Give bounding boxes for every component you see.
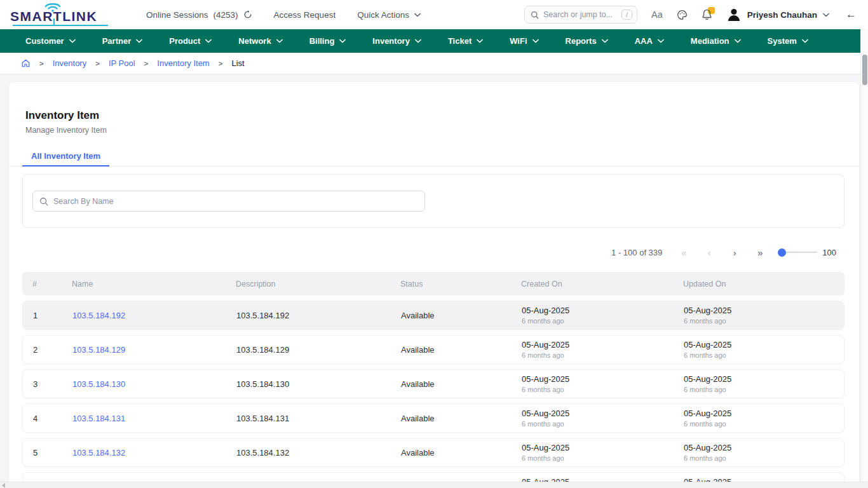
nav-item-reports[interactable]: Reports: [566, 36, 608, 46]
online-sessions-button[interactable]: Online Sessions (4253): [146, 10, 252, 20]
nav-item-customer[interactable]: Customer: [25, 36, 76, 46]
table-body: 1 103.5.184.192 103.5.184.192 Available …: [9, 301, 859, 482]
chevron-down-icon: [823, 13, 829, 17]
global-search-input[interactable]: Search or jump to... /: [524, 6, 637, 24]
refresh-icon[interactable]: [243, 10, 252, 19]
table-row[interactable]: 4 103.5.184.131 103.5.184.131 Available …: [22, 403, 844, 433]
created-date: 05-Aug-2025: [522, 477, 684, 482]
row-description: 103.5.184.129: [236, 345, 401, 355]
breadcrumb-separator: >: [144, 60, 149, 67]
chevron-down-icon: [339, 39, 346, 43]
created-date: 05-Aug-2025: [522, 306, 684, 315]
table-row[interactable]: 3 103.5.184.130 103.5.184.130 Available …: [22, 369, 844, 398]
first-page-button[interactable]: «: [671, 247, 696, 258]
palette-icon: [677, 10, 688, 20]
next-page-button[interactable]: ›: [722, 247, 747, 258]
row-index: 1: [23, 311, 72, 320]
nav-item-network[interactable]: Network: [238, 36, 282, 46]
table-header: #NameDescriptionStatusCreated OnUpdated …: [22, 272, 844, 295]
horizontal-scrollbar[interactable]: [0, 482, 868, 488]
theme-palette-button[interactable]: [677, 10, 688, 20]
row-name-link[interactable]: 103.5.184.132: [72, 448, 125, 458]
bell-icon: [702, 9, 712, 20]
row-description: 103.5.184.130: [236, 379, 401, 389]
chevron-down-icon: [658, 39, 664, 43]
row-name-link[interactable]: 103.5.184.129: [72, 345, 125, 355]
updated-relative: 6 months ago: [684, 454, 844, 462]
row-name-link[interactable]: 103.5.184.192: [72, 311, 125, 320]
updated-date: 05-Aug-2025: [684, 340, 844, 349]
vertical-scrollbar[interactable]: [860, 29, 868, 488]
chevron-down-icon: [735, 39, 741, 43]
table-row[interactable]: 2 103.5.184.129 103.5.184.129 Available …: [22, 335, 844, 364]
breadcrumb: >Inventory>IP Pool>Inventory Item>List: [0, 53, 868, 74]
collapse-arrow-icon[interactable]: ←: [846, 8, 857, 21]
prev-page-button[interactable]: ‹: [696, 247, 722, 258]
online-sessions-count: (4253): [214, 10, 238, 20]
table-row[interactable]: 5 103.5.184.132 103.5.184.132 Available …: [22, 438, 844, 467]
last-page-button[interactable]: »: [747, 247, 773, 258]
quick-actions-menu[interactable]: Quick Actions: [357, 10, 421, 20]
page-size-value: 100: [822, 248, 836, 257]
search-by-name-input[interactable]: Search By Name: [32, 191, 425, 212]
nav-item-aaa[interactable]: AAA: [635, 36, 664, 46]
created-date: 05-Aug-2025: [522, 409, 684, 418]
page-subtitle: Manage Inventory Item: [25, 126, 859, 135]
user-menu[interactable]: Priyesh Chauhan: [726, 7, 829, 22]
notifications-button[interactable]: [702, 9, 712, 20]
nav-item-system[interactable]: System: [768, 36, 808, 46]
breadcrumb-separator: >: [95, 60, 100, 67]
slider-handle[interactable]: [778, 248, 786, 257]
row-name-link[interactable]: 103.5.184.131: [72, 414, 125, 423]
home-icon[interactable]: [21, 58, 31, 68]
column-header-updated-on: Updated On: [683, 280, 844, 288]
page-title: Inventory Item: [25, 109, 859, 122]
column-header-name: Name: [72, 280, 236, 288]
column-header-created-on: Created On: [521, 280, 683, 288]
access-request-button[interactable]: Access Request: [274, 10, 336, 20]
nav-item-ticket[interactable]: Ticket: [448, 36, 483, 46]
created-date: 05-Aug-2025: [522, 443, 684, 452]
chevron-down-icon: [69, 39, 76, 43]
created-relative: 6 months ago: [522, 386, 684, 393]
chevron-down-icon: [532, 39, 539, 43]
online-sessions-label: Online Sessions: [146, 10, 208, 20]
breadcrumb-link-inventory[interactable]: Inventory: [53, 58, 86, 68]
tab-all-inventory-item[interactable]: All Inventory Item: [22, 151, 109, 166]
breadcrumb-separator: >: [219, 60, 223, 67]
breadcrumb-link-inventory-item[interactable]: Inventory Item: [157, 58, 209, 68]
row-index: 3: [23, 379, 72, 389]
breadcrumb-link-ip-pool[interactable]: IP Pool: [109, 58, 135, 68]
created-relative: 6 months ago: [522, 317, 684, 325]
chevron-down-icon: [477, 39, 483, 43]
logo-underline: [13, 25, 108, 26]
created-date: 05-Aug-2025: [522, 340, 684, 349]
page-size-slider[interactable]: [778, 248, 817, 257]
nav-item-partner[interactable]: Partner: [102, 36, 143, 46]
table-row[interactable]: 1 103.5.184.192 103.5.184.192 Available …: [22, 301, 844, 330]
nav-item-billing[interactable]: Billing: [309, 36, 346, 46]
updated-relative: 6 months ago: [684, 420, 844, 428]
global-search-placeholder: Search or jump to...: [543, 10, 617, 19]
nav-item-product[interactable]: Product: [169, 36, 212, 46]
main-navbar: Customer Partner Product Network Billing…: [0, 29, 868, 53]
breadcrumb-current: List: [231, 58, 244, 68]
updated-date: 05-Aug-2025: [684, 443, 844, 452]
vertical-scrollbar-thumb[interactable]: [862, 55, 867, 85]
row-name-link[interactable]: 103.5.184.130: [72, 379, 125, 389]
font-size-toggle[interactable]: Aa: [651, 10, 663, 20]
nav-item-mediation[interactable]: Mediation: [691, 36, 741, 46]
updated-date: 05-Aug-2025: [684, 306, 844, 315]
logo-underline-stub: [53, 18, 55, 25]
chevron-down-icon: [276, 39, 283, 43]
chevron-down-icon: [414, 13, 421, 17]
scroll-left-arrow[interactable]: [2, 483, 5, 488]
smartlink-logo[interactable]: SMARTLINK: [9, 2, 116, 27]
table-row[interactable]: 6 103.5.184.133 103.5.184.133 Available …: [22, 472, 844, 482]
row-index: 2: [23, 345, 72, 355]
pagination: 1 - 100 of 339 « ‹ › » 100: [9, 245, 859, 260]
column-header--: #: [22, 280, 72, 288]
nav-item-wifi[interactable]: WiFi: [510, 36, 538, 46]
nav-item-inventory[interactable]: Inventory: [372, 36, 421, 46]
updated-date: 05-Aug-2025: [684, 374, 844, 384]
